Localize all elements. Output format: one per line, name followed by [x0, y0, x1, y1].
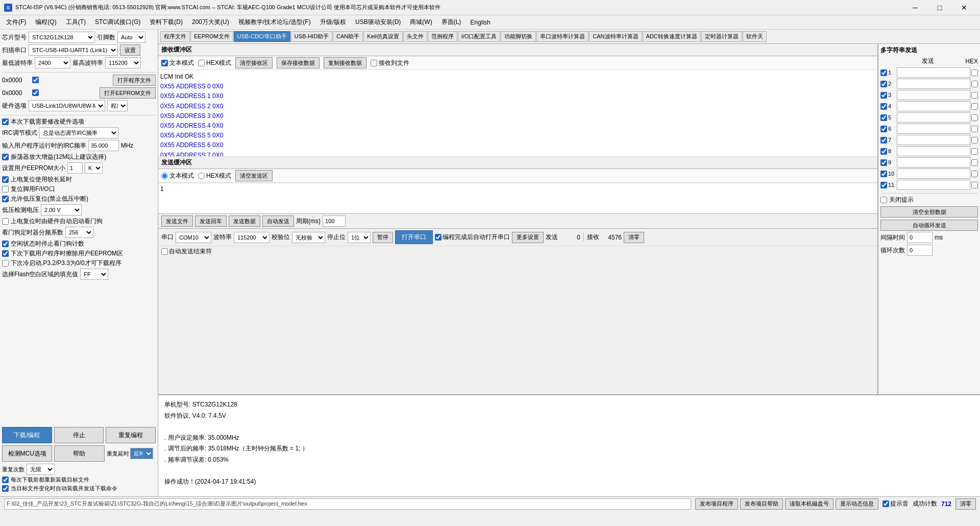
- hw-options-select[interactable]: USB-Link1D/U8W/U8W-Mini脱机: [29, 100, 105, 111]
- text-mode-checkbox-recv[interactable]: [161, 60, 168, 66]
- stop-select[interactable]: 1位: [348, 232, 371, 243]
- hex-mode-checkbox-recv[interactable]: [198, 60, 205, 66]
- tab-keil[interactable]: Keil仿真设置: [363, 31, 402, 42]
- program-add-select[interactable]: 程序加: [107, 100, 128, 111]
- detect-button[interactable]: 检测MCU选项: [2, 445, 52, 462]
- copy-recv-button[interactable]: 复制接收数据: [324, 57, 366, 68]
- menu-english[interactable]: English: [466, 18, 494, 27]
- clear-count-button[interactable]: 清零: [624, 232, 644, 243]
- scan-select[interactable]: STC-USB-HID-UART1 (Link1): [29, 44, 118, 56]
- menu-tools[interactable]: 工具(T): [62, 17, 90, 28]
- multi-input-7[interactable]: [897, 135, 970, 145]
- auto-open-checkbox[interactable]: [435, 234, 442, 241]
- multi-check-9[interactable]: [880, 159, 887, 166]
- clear-code-checkbox[interactable]: [32, 77, 39, 83]
- multi-check-11[interactable]: [880, 182, 887, 188]
- multi-hex-8[interactable]: [971, 148, 978, 155]
- sound-check[interactable]: 提示音: [883, 499, 909, 508]
- send-content[interactable]: 1: [158, 183, 877, 213]
- multi-input-11[interactable]: [897, 180, 970, 190]
- menu-download[interactable]: 资料下载(D): [145, 17, 187, 28]
- clear-eeprom-checkbox[interactable]: [32, 89, 39, 96]
- multi-input-4[interactable]: [897, 101, 970, 111]
- flash-fill-select[interactable]: FF: [80, 269, 108, 280]
- interval-input[interactable]: [907, 232, 933, 243]
- text-mode-radio-send[interactable]: [161, 173, 168, 179]
- reload-check[interactable]: 每次下载前都重新装载目标文件: [2, 476, 156, 484]
- multi-input-5[interactable]: [897, 112, 970, 123]
- help-button[interactable]: 帮助: [54, 445, 104, 462]
- irc-freq-input[interactable]: [88, 140, 119, 151]
- multi-hex-7[interactable]: [971, 137, 978, 144]
- multi-input-2[interactable]: [897, 79, 970, 89]
- multi-check-5[interactable]: [880, 114, 887, 121]
- settings-button[interactable]: 设置: [120, 44, 140, 56]
- cold-boot-checkbox[interactable]: [2, 260, 9, 267]
- multi-check-10[interactable]: [880, 171, 887, 177]
- recv-to-file-checkbox[interactable]: [371, 60, 377, 66]
- multi-input-8[interactable]: [897, 146, 970, 156]
- menu-stc-debug[interactable]: STC调试接口(G): [91, 17, 144, 28]
- clear-all-button[interactable]: 清空全部数据: [880, 206, 978, 218]
- reprogram-button[interactable]: 重复编程: [106, 427, 156, 443]
- auto-download-checkbox[interactable]: [2, 485, 9, 492]
- read-disk-button[interactable]: 读取本机磁盘号: [785, 498, 834, 510]
- wdt-div-select[interactable]: 256: [65, 227, 93, 238]
- reset-io-checkbox[interactable]: [2, 186, 9, 193]
- multi-check-3[interactable]: [880, 92, 887, 99]
- auto-open-check[interactable]: 编程完成后自动打开串口: [435, 233, 510, 242]
- multi-check-4[interactable]: [880, 103, 887, 110]
- period-input[interactable]: [323, 216, 346, 227]
- more-settings-button[interactable]: 更多设置: [512, 232, 544, 243]
- sound-checkbox[interactable]: [883, 500, 889, 507]
- save-recv-button[interactable]: 保存接收数据: [277, 57, 320, 68]
- low-volt-checkbox[interactable]: [2, 196, 9, 202]
- multi-hex-1[interactable]: [971, 69, 978, 76]
- minimize-button[interactable]: ─: [903, 0, 927, 15]
- multi-check-8[interactable]: [880, 148, 887, 155]
- multi-input-10[interactable]: [897, 169, 970, 179]
- publish-program-button[interactable]: 发布项目程序: [695, 498, 738, 510]
- tab-usb-hid[interactable]: USB-HID助手: [291, 31, 332, 42]
- menu-video[interactable]: 视频教学/技术论坛/选型(F): [234, 17, 315, 28]
- window-controls[interactable]: ─ □ ✕: [903, 0, 976, 15]
- tab-can-baud[interactable]: CAN波特率计算器: [589, 31, 642, 42]
- publish-help-button[interactable]: 发布项目帮助: [740, 498, 783, 510]
- multi-hex-11[interactable]: [971, 182, 978, 188]
- multi-check-7[interactable]: [880, 137, 887, 144]
- tab-program-file[interactable]: 程序文件: [160, 31, 190, 42]
- send-data-button[interactable]: 发送数据: [229, 216, 260, 227]
- auto-send-end-checkbox[interactable]: [161, 248, 168, 255]
- multi-hex-4[interactable]: [971, 103, 978, 110]
- multi-input-6[interactable]: [897, 124, 970, 134]
- multi-hex-2[interactable]: [971, 81, 978, 87]
- clear-count-status-button[interactable]: 清零: [955, 498, 976, 510]
- menu-upgrade[interactable]: 升级/版权: [316, 17, 350, 28]
- times-select[interactable]: 无限: [27, 464, 55, 475]
- multi-input-9[interactable]: [897, 157, 970, 168]
- send-file-button[interactable]: 发送文件: [161, 216, 193, 227]
- delay-select[interactable]: 延时: [130, 448, 153, 459]
- hex-mode-check-send[interactable]: HEX模式: [198, 172, 231, 180]
- clear-eeprom-check[interactable]: [32, 89, 41, 96]
- eeprom-size-input[interactable]: [67, 162, 83, 174]
- chip-select[interactable]: STC32G12K128: [29, 32, 95, 43]
- cycle-input[interactable]: [907, 245, 933, 256]
- text-mode-check-send[interactable]: 文本模式: [161, 172, 194, 180]
- osc-gain-checkbox[interactable]: [2, 154, 9, 160]
- send-cycle-button[interactable]: 发送回车: [195, 216, 227, 227]
- tab-adc[interactable]: ADC转换速度计算器: [643, 31, 701, 42]
- tab-header[interactable]: 头文件: [403, 31, 427, 42]
- menu-interface[interactable]: 界面(L): [437, 17, 465, 28]
- modify-hw-checkbox[interactable]: [2, 118, 9, 125]
- multi-check-6[interactable]: [880, 126, 887, 132]
- max-baud-select[interactable]: 115200: [105, 57, 141, 68]
- multi-check-1[interactable]: [880, 69, 887, 76]
- recv-to-file-check[interactable]: 接收到文件: [371, 59, 409, 67]
- clear-code-check[interactable]: [32, 77, 41, 83]
- show-dynamic-button[interactable]: 显示动态信息: [836, 498, 878, 510]
- pin-select[interactable]: Auto: [117, 32, 145, 43]
- multi-hex-3[interactable]: [971, 92, 978, 99]
- auto-send-end-check[interactable]: 自动发送结束符: [161, 247, 212, 256]
- long-delay-check[interactable]: 上电复位使用较长延时: [2, 175, 156, 184]
